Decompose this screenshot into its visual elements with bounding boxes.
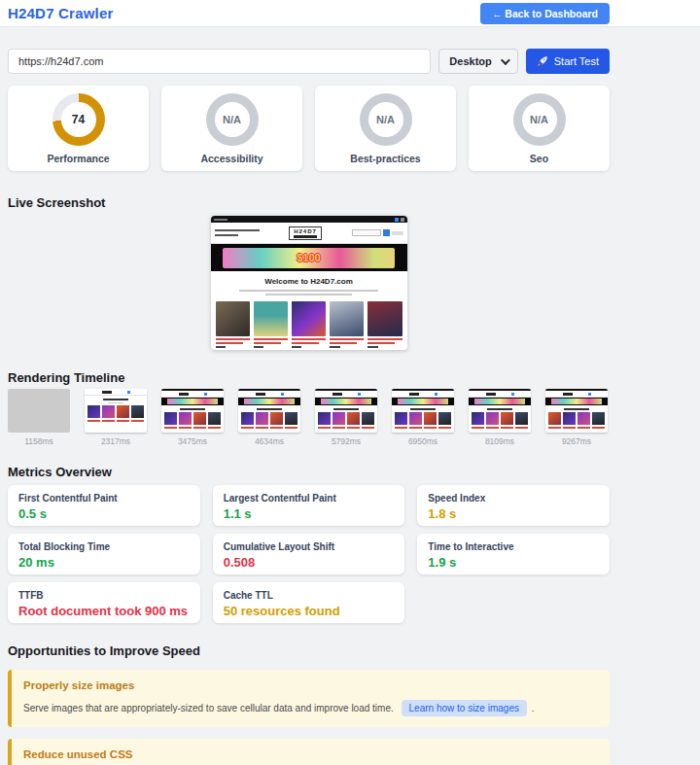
score-card-accessibility: N/A Accessibility (161, 86, 302, 171)
metric-card-speed-index: Speed Index 1.8 s (417, 485, 610, 526)
opportunity-description: Serve images that are appropriately-size… (23, 703, 394, 713)
chevron-down-icon (501, 55, 510, 65)
timeline-thumbnail (8, 389, 70, 433)
learn-how-to-size-images-button[interactable]: Learn how to size images (402, 700, 527, 716)
preview-site-logo: H24D7 (289, 226, 322, 240)
timeline-frame: 6950ms (392, 389, 454, 446)
metric-card-cls: Cumulative Layout Shift 0.508 (213, 534, 405, 574)
timeline-frame: 9267ms (545, 389, 608, 446)
score-card-performance: 74 Performance (8, 86, 149, 171)
start-test-label: Start Test (554, 55, 599, 67)
score-card-seo: N/A Seo (469, 86, 610, 171)
metric-card-ttfb: TTFB Root document took 900 ms (8, 582, 200, 623)
timeline-thumbnail (238, 389, 300, 433)
best-practices-gauge: N/A (360, 93, 412, 146)
timeline-row: 1158ms 2317ms 3475ms (8, 389, 610, 446)
seo-score: N/A (522, 102, 557, 137)
metric-card-fcp: First Contentful Paint 0.5 s (8, 485, 200, 526)
opportunities-heading: Opportunities to Improve Speed (8, 643, 610, 658)
preview-welcome-heading: Welcome to H24D7.com (216, 277, 402, 286)
metric-card-tti: Time to Interactive 1.9 s (417, 534, 610, 574)
timeline-frame: 3475ms (161, 389, 224, 446)
top-bar: H24D7 Crawler ← Back to Dashboard (0, 0, 700, 27)
timeline-thumbnail (315, 389, 377, 433)
performance-gauge: 74 (52, 93, 105, 146)
back-to-dashboard-button[interactable]: ← Back to Dashboard (480, 3, 610, 24)
metrics-overview-heading: Metrics Overview (8, 465, 610, 479)
device-select-value: Desktop (449, 55, 491, 67)
metrics-grid: First Contentful Paint 0.5 s Largest Con… (8, 485, 610, 623)
performance-score: 74 (61, 102, 96, 137)
score-label: Accessibility (200, 153, 262, 164)
preview-product-cards (216, 301, 402, 350)
score-card-best-practices: N/A Best-practices (315, 86, 456, 171)
preview-site-nav: H24D7 (211, 223, 407, 244)
score-label: Best-practices (350, 153, 420, 164)
timeline-frame: 4634ms (238, 389, 300, 446)
rocket-icon (537, 55, 548, 67)
metric-card-cache-ttl: Cache TTL 50 resources found (213, 582, 405, 623)
metric-card-tbt: Total Blocking Time 20 ms (8, 534, 200, 574)
score-label: Seo (530, 153, 548, 164)
opportunity-properly-size-images: Properly size images Serve images that a… (8, 670, 610, 727)
seo-gauge: N/A (513, 93, 566, 146)
best-practices-score: N/A (368, 102, 403, 137)
page-title: H24D7 Crawler (8, 5, 114, 21)
accessibility-gauge: N/A (206, 93, 259, 146)
preview-search-bar (352, 229, 403, 236)
test-controls-row: Desktop Start Test (8, 49, 610, 74)
timeline-frame: 2317ms (85, 389, 147, 446)
live-screenshot-preview: H24D7 $100 Welcome to H24D7.com (211, 216, 407, 350)
accessibility-score: N/A (215, 102, 250, 137)
start-test-button[interactable]: Start Test (526, 49, 610, 74)
timeline-thumbnail (469, 389, 531, 433)
score-label: Performance (47, 153, 109, 164)
timeline-frame: 5792ms (315, 389, 377, 446)
device-select[interactable]: Desktop (438, 49, 517, 74)
url-input[interactable] (8, 49, 431, 74)
timeline-thumbnail (545, 389, 608, 433)
metric-card-lcp: Largest Contentful Paint 1.1 s (213, 485, 405, 526)
timeline-thumbnail (161, 389, 224, 433)
timeline-frame: 8109ms (469, 389, 531, 446)
rendering-timeline-heading: Rendering Timeline (8, 370, 610, 385)
score-cards-row: 74 Performance N/A Accessibility N/A Bes… (8, 86, 610, 171)
preview-promo-banner: $100 (223, 248, 396, 268)
timeline-frame: 1158ms (8, 389, 70, 446)
preview-browser-bar (211, 216, 407, 223)
preview-banner-band: $100 (211, 244, 407, 271)
opportunity-reduce-unused-css: Reduce unused CSS Reduce unused rules fr… (8, 739, 610, 765)
timeline-thumbnail (85, 389, 147, 433)
live-screenshot-heading: Live Screenshot (8, 195, 610, 210)
timeline-thumbnail (392, 389, 454, 433)
